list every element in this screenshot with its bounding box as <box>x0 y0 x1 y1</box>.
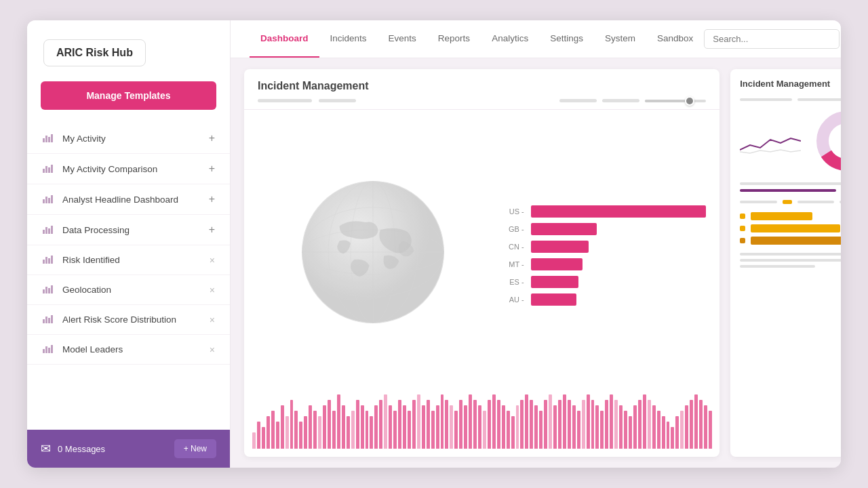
timeline-bar <box>648 400 651 449</box>
sidebar-item-activity[interactable]: My Activity + <box>27 123 230 154</box>
messages-bar: ✉ 0 Messages + New <box>27 430 230 468</box>
right-panel-filters <box>740 97 841 102</box>
sidebar-item-alert-risk[interactable]: Alert Risk Score Distribution × <box>27 305 230 335</box>
timeline-bar <box>699 400 703 449</box>
svg-rect-26 <box>48 318 50 323</box>
timeline-bar <box>257 422 260 449</box>
timeline-bar <box>347 416 350 449</box>
nav-action-cross[interactable]: × <box>210 255 215 266</box>
right-panel: Incident Management <box>730 69 841 457</box>
topnav-events[interactable]: Events <box>378 20 427 58</box>
dashboard-body: Incident Management <box>231 58 841 468</box>
timeline-bar <box>294 411 298 449</box>
topnav-incidents[interactable]: Incidents <box>319 20 378 58</box>
panel-content: US - GB - CN - MT - ES - AU - <box>244 110 719 394</box>
right-chart-row <box>740 110 841 174</box>
nav-action-plus[interactable]: + <box>209 132 215 144</box>
sidebar-item-geolocation[interactable]: Geolocation × <box>27 275 230 305</box>
right-filter-2 <box>797 201 835 203</box>
svg-rect-29 <box>45 346 47 353</box>
right-mini-row-2 <box>740 224 841 232</box>
timeline-bar <box>374 405 378 449</box>
timeline-bar <box>450 405 453 449</box>
topnav-settings[interactable]: Settings <box>539 20 594 58</box>
timeline-bar <box>610 394 613 449</box>
right-filter-3 <box>840 201 841 203</box>
sidebar-item-activity-comparison[interactable]: My Activity Comparison + <box>27 154 230 184</box>
nav-action-plus[interactable]: + <box>209 224 215 236</box>
sidebar: ARIC Risk Hub Manage Templates My Activi… <box>27 20 231 468</box>
bar-outer-au <box>531 293 707 306</box>
sidebar-item-data-processing[interactable]: Data Processing + <box>27 215 230 245</box>
timeline-bar <box>530 400 533 449</box>
top-nav-right: 👤 ▾ <box>704 29 841 49</box>
mini-bar-3 <box>751 237 841 245</box>
topnav-dashboard[interactable]: Dashboard <box>250 20 319 58</box>
nav-action-cross[interactable]: × <box>210 314 215 325</box>
nav-bar-chart-icon <box>42 344 54 355</box>
svg-rect-27 <box>51 315 53 323</box>
timeline-bar <box>445 400 448 449</box>
timeline-bar <box>398 400 401 449</box>
topnav-sandbox[interactable]: Sandbox <box>646 20 704 58</box>
search-input[interactable] <box>704 29 840 49</box>
timeline-bar <box>587 394 590 449</box>
manage-templates-button[interactable]: Manage Templates <box>41 81 216 110</box>
nav-action-plus[interactable]: + <box>209 193 215 205</box>
sidebar-item-analyst-dashboard[interactable]: Analyst Headline Dashboard + <box>27 184 230 215</box>
bar-label-us: US - <box>502 207 524 216</box>
svg-rect-8 <box>43 199 45 203</box>
messages-left: ✉ 0 Messages <box>41 441 105 456</box>
timeline-bar <box>323 405 326 449</box>
nav-item-label: Model Leaders <box>62 344 123 354</box>
svg-rect-16 <box>43 260 45 264</box>
timeline-bar <box>605 400 608 449</box>
right-mini-barchart <box>740 212 841 245</box>
nav-action-cross[interactable]: × <box>210 285 215 296</box>
timeline-bar <box>624 411 627 449</box>
timeline-bar <box>313 411 317 449</box>
topnav-analytics[interactable]: Analytics <box>481 20 539 58</box>
sidebar-item-model-leaders[interactable]: Model Leaders × <box>27 335 230 365</box>
nav-action-plus[interactable]: + <box>209 163 215 175</box>
new-message-button[interactable]: + New <box>174 439 216 458</box>
topnav-reports[interactable]: Reports <box>427 20 481 58</box>
nav-bar-chart-icon <box>42 194 54 205</box>
timeline-bar <box>318 416 321 449</box>
timeline-bar <box>473 400 477 449</box>
timeline-bar <box>662 416 665 449</box>
nav-bar-chart-icon <box>42 133 54 144</box>
timeline-bar <box>351 411 355 449</box>
svg-rect-22 <box>48 288 50 293</box>
timeline-bar <box>483 411 486 449</box>
timeline-bar <box>704 405 707 449</box>
timeline-bar <box>408 411 411 449</box>
main-panel: Incident Management <box>244 69 719 457</box>
timeline-bar <box>667 422 670 449</box>
timeline-bar <box>464 405 467 449</box>
svg-rect-14 <box>48 228 50 234</box>
timeline-bar <box>342 405 345 449</box>
timeline-bar <box>516 405 519 449</box>
range-slider[interactable] <box>645 100 706 102</box>
timeline-bar <box>525 394 528 449</box>
right-mid-lines <box>740 182 841 192</box>
main-content: DashboardIncidentsEventsReportsAnalytics… <box>231 20 841 468</box>
right-filter-accent <box>783 200 792 204</box>
top-nav-links: DashboardIncidentsEventsReportsAnalytics… <box>250 20 704 58</box>
nav-action-cross[interactable]: × <box>210 344 215 355</box>
sidebar-item-risk-identified[interactable]: Risk Identified × <box>27 245 230 275</box>
timeline-bar <box>511 416 515 449</box>
topnav-system[interactable]: System <box>594 20 646 58</box>
slider-thumb[interactable] <box>685 96 694 106</box>
nav-bar-chart-icon <box>42 284 54 296</box>
timeline-bar <box>577 411 580 449</box>
timeline-bar <box>309 405 312 449</box>
timeline-bar <box>422 405 425 449</box>
mini-bar-dot-2 <box>740 226 745 231</box>
panel-title: Incident Management <box>258 80 706 92</box>
nav-item-label: Analyst Headline Dashboard <box>62 195 178 205</box>
timeline-bar <box>520 400 524 449</box>
mail-icon: ✉ <box>41 441 51 456</box>
timeline-bar <box>361 405 364 449</box>
